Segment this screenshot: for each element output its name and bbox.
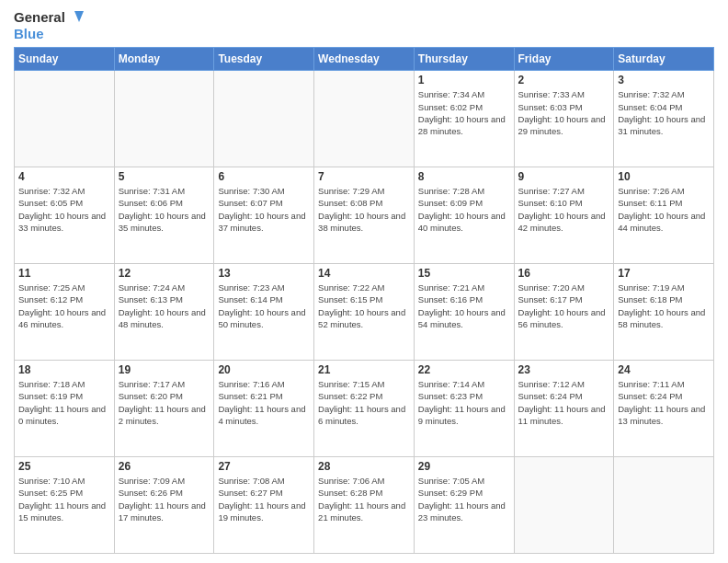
day-info: Sunrise: 7:17 AM Sunset: 6:20 PM Dayligh… [119, 378, 210, 427]
day-number: 22 [418, 363, 510, 376]
day-info: Sunrise: 7:10 AM Sunset: 6:25 PM Dayligh… [18, 475, 110, 523]
day-info: Sunrise: 7:20 AM Sunset: 6:17 PM Dayligh… [518, 282, 610, 330]
day-info: Sunrise: 7:34 AM Sunset: 6:02 PM Dayligh… [418, 88, 510, 137]
page: General Blue SundayMondayTuesdayWednesda… [0, 0, 728, 563]
calendar-cell: 21Sunrise: 7:15 AM Sunset: 6:22 PM Dayli… [314, 361, 415, 457]
day-number: 10 [618, 170, 710, 183]
day-info: Sunrise: 7:12 AM Sunset: 6:24 PM Dayligh… [518, 378, 610, 427]
weekday-header: Thursday [414, 48, 514, 71]
day-info: Sunrise: 7:32 AM Sunset: 6:05 PM Dayligh… [18, 185, 110, 234]
day-number: 20 [218, 363, 310, 376]
calendar-cell: 14Sunrise: 7:22 AM Sunset: 6:15 PM Dayli… [314, 264, 415, 361]
day-info: Sunrise: 7:19 AM Sunset: 6:18 PM Dayligh… [618, 282, 710, 330]
day-number: 15 [418, 267, 510, 280]
day-number: 21 [318, 363, 410, 376]
day-number: 14 [318, 267, 410, 280]
calendar-cell: 28Sunrise: 7:06 AM Sunset: 6:28 PM Dayli… [314, 457, 415, 554]
day-info: Sunrise: 7:09 AM Sunset: 6:26 PM Dayligh… [119, 475, 210, 523]
day-number: 9 [518, 170, 610, 183]
day-number: 26 [119, 460, 210, 473]
header: General Blue [14, 9, 714, 41]
calendar-table: SundayMondayTuesdayWednesdayThursdayFrid… [14, 47, 714, 554]
day-info: Sunrise: 7:31 AM Sunset: 6:06 PM Dayligh… [119, 185, 210, 234]
calendar-cell [214, 71, 314, 167]
day-info: Sunrise: 7:16 AM Sunset: 6:21 PM Dayligh… [218, 378, 310, 427]
calendar-cell: 20Sunrise: 7:16 AM Sunset: 6:21 PM Dayli… [214, 361, 314, 457]
calendar-cell [514, 457, 614, 554]
calendar-cell: 11Sunrise: 7:25 AM Sunset: 6:12 PM Dayli… [15, 264, 115, 361]
calendar-cell [114, 71, 214, 167]
calendar-cell: 8Sunrise: 7:28 AM Sunset: 6:09 PM Daylig… [414, 167, 514, 264]
day-info: Sunrise: 7:22 AM Sunset: 6:15 PM Dayligh… [318, 282, 410, 330]
calendar-cell [314, 71, 415, 167]
calendar-cell: 3Sunrise: 7:32 AM Sunset: 6:04 PM Daylig… [614, 71, 714, 167]
calendar-cell: 17Sunrise: 7:19 AM Sunset: 6:18 PM Dayli… [614, 264, 714, 361]
day-info: Sunrise: 7:26 AM Sunset: 6:11 PM Dayligh… [618, 185, 710, 234]
calendar-cell: 15Sunrise: 7:21 AM Sunset: 6:16 PM Dayli… [414, 264, 514, 361]
day-info: Sunrise: 7:05 AM Sunset: 6:29 PM Dayligh… [418, 475, 510, 523]
day-info: Sunrise: 7:30 AM Sunset: 6:07 PM Dayligh… [218, 185, 310, 234]
day-info: Sunrise: 7:29 AM Sunset: 6:08 PM Dayligh… [318, 185, 410, 234]
day-info: Sunrise: 7:27 AM Sunset: 6:10 PM Dayligh… [518, 185, 610, 234]
day-number: 1 [418, 74, 510, 86]
weekday-header: Sunday [15, 48, 115, 71]
day-info: Sunrise: 7:15 AM Sunset: 6:22 PM Dayligh… [318, 378, 410, 427]
day-info: Sunrise: 7:21 AM Sunset: 6:16 PM Dayligh… [418, 282, 510, 330]
calendar-cell: 16Sunrise: 7:20 AM Sunset: 6:17 PM Dayli… [514, 264, 614, 361]
day-info: Sunrise: 7:18 AM Sunset: 6:19 PM Dayligh… [18, 378, 110, 427]
calendar-cell: 27Sunrise: 7:08 AM Sunset: 6:27 PM Dayli… [214, 457, 314, 554]
weekday-header: Saturday [614, 48, 714, 71]
calendar-cell [15, 71, 115, 167]
calendar-cell [614, 457, 714, 554]
calendar-header-row: SundayMondayTuesdayWednesdayThursdayFrid… [15, 48, 714, 71]
day-number: 5 [119, 170, 210, 183]
calendar-cell: 1Sunrise: 7:34 AM Sunset: 6:02 PM Daylig… [414, 71, 514, 167]
day-info: Sunrise: 7:11 AM Sunset: 6:24 PM Dayligh… [618, 378, 710, 427]
day-info: Sunrise: 7:23 AM Sunset: 6:14 PM Dayligh… [218, 282, 310, 330]
day-info: Sunrise: 7:25 AM Sunset: 6:12 PM Dayligh… [18, 282, 110, 330]
day-info: Sunrise: 7:32 AM Sunset: 6:04 PM Dayligh… [618, 88, 710, 137]
day-number: 28 [318, 460, 410, 473]
calendar-week-row: 4Sunrise: 7:32 AM Sunset: 6:05 PM Daylig… [15, 167, 714, 264]
logo-general: General [14, 9, 65, 25]
day-info: Sunrise: 7:33 AM Sunset: 6:03 PM Dayligh… [518, 88, 610, 137]
day-number: 19 [119, 363, 210, 376]
day-number: 16 [518, 267, 610, 280]
calendar-week-row: 18Sunrise: 7:18 AM Sunset: 6:19 PM Dayli… [15, 361, 714, 457]
day-number: 12 [119, 267, 210, 280]
calendar-cell: 29Sunrise: 7:05 AM Sunset: 6:29 PM Dayli… [414, 457, 514, 554]
calendar-cell: 24Sunrise: 7:11 AM Sunset: 6:24 PM Dayli… [614, 361, 714, 457]
weekday-header: Tuesday [214, 48, 314, 71]
day-number: 29 [418, 460, 510, 473]
day-info: Sunrise: 7:06 AM Sunset: 6:28 PM Dayligh… [318, 475, 410, 523]
calendar-cell: 7Sunrise: 7:29 AM Sunset: 6:08 PM Daylig… [314, 167, 415, 264]
calendar-cell: 10Sunrise: 7:26 AM Sunset: 6:11 PM Dayli… [614, 167, 714, 264]
day-number: 13 [218, 267, 310, 280]
logo: General Blue [14, 9, 84, 41]
day-info: Sunrise: 7:24 AM Sunset: 6:13 PM Dayligh… [119, 282, 210, 330]
calendar-cell: 5Sunrise: 7:31 AM Sunset: 6:06 PM Daylig… [114, 167, 214, 264]
calendar-cell: 19Sunrise: 7:17 AM Sunset: 6:20 PM Dayli… [114, 361, 214, 457]
day-number: 24 [618, 363, 710, 376]
calendar-cell: 9Sunrise: 7:27 AM Sunset: 6:10 PM Daylig… [514, 167, 614, 264]
day-number: 3 [618, 74, 710, 86]
calendar-cell: 6Sunrise: 7:30 AM Sunset: 6:07 PM Daylig… [214, 167, 314, 264]
day-number: 25 [18, 460, 110, 473]
calendar-cell: 26Sunrise: 7:09 AM Sunset: 6:26 PM Dayli… [114, 457, 214, 554]
weekday-header: Monday [114, 48, 214, 71]
logo-triangle-icon [67, 9, 84, 26]
svg-marker-0 [74, 11, 84, 22]
day-number: 11 [18, 267, 110, 280]
logo-blue: Blue [14, 26, 84, 41]
calendar-week-row: 11Sunrise: 7:25 AM Sunset: 6:12 PM Dayli… [15, 264, 714, 361]
day-number: 2 [518, 74, 610, 86]
day-info: Sunrise: 7:14 AM Sunset: 6:23 PM Dayligh… [418, 378, 510, 427]
day-number: 6 [218, 170, 310, 183]
day-number: 7 [318, 170, 410, 183]
day-number: 18 [18, 363, 110, 376]
calendar-cell: 13Sunrise: 7:23 AM Sunset: 6:14 PM Dayli… [214, 264, 314, 361]
day-info: Sunrise: 7:28 AM Sunset: 6:09 PM Dayligh… [418, 185, 510, 234]
day-number: 17 [618, 267, 710, 280]
calendar-cell: 23Sunrise: 7:12 AM Sunset: 6:24 PM Dayli… [514, 361, 614, 457]
day-number: 4 [18, 170, 110, 183]
